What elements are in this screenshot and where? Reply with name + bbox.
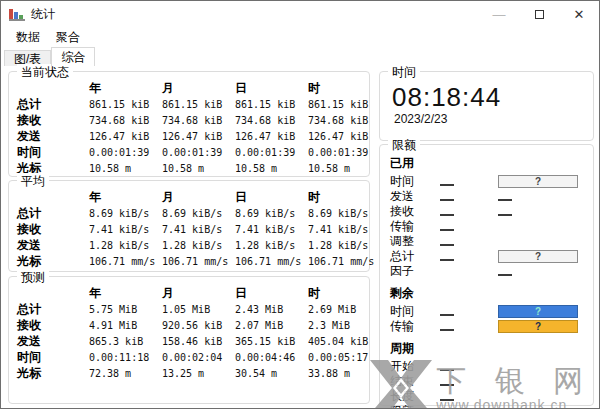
quota-bar-cell: ? [498, 250, 585, 263]
stat-column-header: 月 [162, 80, 235, 97]
stat-value: 861.15 kiB [308, 99, 377, 110]
quota-row: 传输? [390, 317, 585, 332]
stat-value: 0.00:02:04 [162, 352, 235, 363]
quota-row-label: 传输 [390, 318, 440, 335]
stat-value: 126.47 kiB [308, 131, 377, 142]
stat-value: 126.47 kiB [89, 131, 162, 142]
quota-bar-cell [498, 202, 585, 220]
empty-value-dash [440, 259, 454, 261]
stat-column-header: 日 [235, 285, 308, 302]
stat-value: 106.71 mm/s [308, 256, 377, 267]
minimize-button[interactable]: — [479, 1, 519, 27]
stat-row: 时间0.00:01:390.00:01:390.00:01:390.00:01:… [15, 144, 369, 160]
stat-row: 发送865.3 kiB158.46 kiB365.15 kiB405.04 ki… [15, 333, 369, 349]
quota-progress-bar: ? [498, 175, 578, 188]
empty-value-dash [440, 384, 454, 386]
stat-column-header: 月 [162, 189, 235, 206]
stat-value: 1.28 kiB/s [235, 240, 308, 251]
close-button[interactable]: ✕ [559, 1, 599, 27]
empty-value-dash [440, 199, 454, 201]
empty-value-dash [440, 314, 454, 316]
stat-value: 1.28 kiB/s [162, 240, 235, 251]
stat-value: 0.00:04:46 [235, 352, 308, 363]
quota-row: 开始 [390, 357, 585, 372]
summary-tab-page: 当前状态 年月日时总计861.15 kiB861.15 kiB861.15 ki… [2, 66, 598, 407]
stat-value: 2.3 MiB [308, 320, 377, 331]
forecast-table: 年月日时总计5.75 MiB1.05 MiB2.43 MiB2.69 MiB接收… [9, 277, 369, 381]
stat-value: 10.58 m [235, 163, 308, 174]
menu-item-data[interactable]: 数据 [9, 27, 47, 48]
stat-value: 1.28 kiB/s [308, 240, 377, 251]
stat-value: 734.68 kiB [89, 115, 162, 126]
empty-value-dash [440, 184, 454, 186]
stat-value: 1.05 MiB [162, 304, 235, 315]
stat-row: 光标10.58 m10.58 m10.58 m10.58 m [15, 160, 369, 176]
stat-row-label: 时间 [15, 144, 89, 161]
current-state-table: 年月日时总计861.15 kiB861.15 kiB861.15 kiB861.… [9, 72, 369, 176]
stat-value: 8.69 kiB/s [308, 208, 377, 219]
stat-row-label: 光标 [15, 365, 89, 382]
stat-column-header: 时 [308, 189, 377, 206]
stat-value: 126.47 kiB [235, 131, 308, 142]
stat-row-label: 总计 [15, 96, 89, 113]
stat-header-row: 年月日时 [15, 80, 369, 96]
group-time: 时间 08:18:44 2023/2/23 [379, 71, 594, 141]
stat-value: 0.00:01:39 [308, 147, 377, 158]
stat-value: 861.15 kiB [89, 99, 162, 110]
stat-row-label: 总计 [15, 301, 89, 318]
stat-value: 8.69 kiB/s [162, 208, 235, 219]
stat-column-header: 月 [162, 285, 235, 302]
stat-value: 0.00:01:39 [89, 147, 162, 158]
quota-section-heading: 已用 [390, 155, 585, 172]
stat-value: 2.43 MiB [235, 304, 308, 315]
quota-section-heading: 剩余 [390, 285, 585, 302]
stat-row: 发送126.47 kiB126.47 kiB126.47 kiB126.47 k… [15, 128, 369, 144]
stat-row-label: 光标 [15, 253, 89, 270]
quota-value-cell [440, 317, 498, 335]
stat-value: 7.41 kiB/s [308, 224, 377, 235]
stat-value: 0.00:11:18 [89, 352, 162, 363]
quota-progress-bar: ? [498, 250, 578, 263]
date-display: 2023/2/23 [380, 110, 593, 126]
empty-value-dash [498, 274, 512, 276]
stat-column-header: 日 [235, 189, 308, 206]
stat-value: 734.68 kiB [235, 115, 308, 126]
stat-value: 8.69 kiB/s [235, 208, 308, 219]
quota-progress-bar: ? [498, 320, 578, 333]
stat-value: 13.25 m [162, 368, 235, 379]
stat-value: 1.28 kiB/s [89, 240, 162, 251]
maximize-icon [535, 10, 544, 19]
stat-row-label: 接收 [15, 317, 89, 334]
quota-row: 总计? [390, 247, 585, 262]
quota-progress-bar: ? [498, 305, 578, 318]
stat-row-label: 发送 [15, 128, 89, 145]
quota-row: 时间? [390, 302, 585, 317]
stat-row: 总计8.69 kiB/s8.69 kiB/s8.69 kiB/s8.69 kiB… [15, 205, 369, 221]
close-icon: ✕ [574, 7, 585, 22]
quota-row: 限额 [390, 402, 585, 409]
group-title: 时间 [388, 64, 420, 81]
stat-value: 106.71 mm/s [235, 256, 308, 267]
quota-value-cell [440, 402, 498, 409]
stat-row: 接收7.41 kiB/s7.41 kiB/s7.41 kiB/s7.41 kiB… [15, 221, 369, 237]
quota-row: 接收 [390, 202, 585, 217]
stat-row: 光标72.38 m13.25 m30.54 m33.88 m [15, 365, 369, 381]
stat-value: 861.15 kiB [235, 99, 308, 110]
stat-value: 106.71 mm/s [162, 256, 235, 267]
group-forecast: 预测 年月日时总计5.75 MiB1.05 MiB2.43 MiB2.69 Mi… [8, 276, 370, 404]
titlebar[interactable]: 统计 — ✕ [1, 1, 599, 27]
tabstrip: 图/表 综合 [1, 48, 599, 66]
tab-summary[interactable]: 综合 [51, 47, 95, 66]
maximize-button[interactable] [519, 1, 559, 27]
stat-row: 接收4.91 MiB920.56 kiB2.07 MiB2.3 MiB [15, 317, 369, 333]
stat-value: 2.07 MiB [235, 320, 308, 331]
group-average: 平均 年月日时总计8.69 kiB/s8.69 kiB/s8.69 kiB/s8… [8, 180, 370, 272]
stat-value: 126.47 kiB [162, 131, 235, 142]
stat-column-header: 年 [89, 80, 162, 97]
group-quota: 限额 已用时间?发送接收传输调整总计?因子剩余时间?传输?周期开始结束长度限额 [379, 144, 594, 406]
stat-value: 405.04 kiB [308, 336, 377, 347]
stat-value: 72.38 m [89, 368, 162, 379]
quota-bar-cell: ? [498, 320, 585, 333]
menu-item-aggregate[interactable]: 聚合 [49, 27, 87, 48]
quota-bar-cell: ? [498, 305, 585, 318]
